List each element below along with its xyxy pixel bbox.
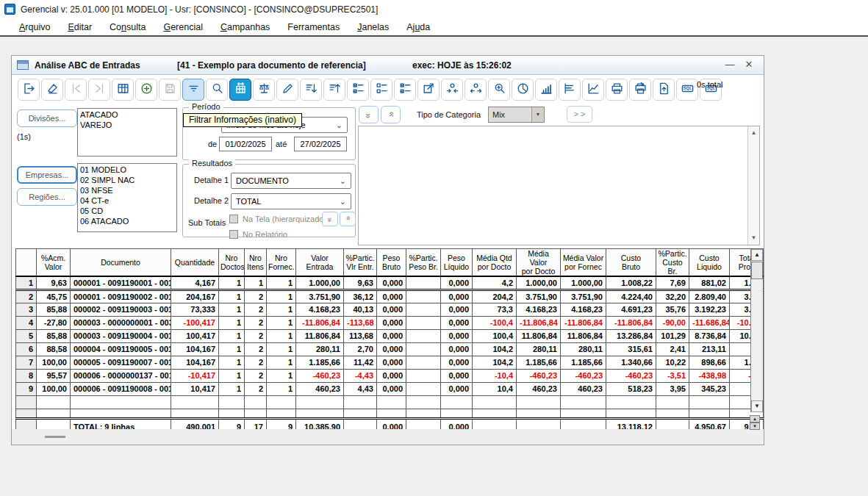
cell[interactable]: 3.751,90: [296, 290, 344, 303]
cell[interactable]: 85,88: [37, 329, 71, 342]
cell[interactable]: 000002 - 0091190003 - 001: [71, 303, 171, 316]
cell[interactable]: 10,417: [171, 382, 219, 395]
cell[interactable]: -438,98: [689, 369, 730, 382]
report-area[interactable]: ▲ ▼: [358, 126, 760, 245]
cell[interactable]: 10,4: [473, 382, 517, 395]
menu-item-5[interactable]: Ferramentas: [279, 21, 348, 34]
cell[interactable]: 2: [16, 290, 37, 303]
cell[interactable]: 4.168,23: [517, 303, 561, 316]
cell[interactable]: 3,95: [656, 382, 689, 395]
cell[interactable]: 460,23: [296, 382, 344, 395]
cell[interactable]: 9,63: [37, 276, 71, 290]
cell[interactable]: 1.008,22: [606, 276, 656, 290]
cell[interactable]: 4,2: [473, 276, 517, 290]
column-header-0[interactable]: [16, 249, 37, 277]
cell[interactable]: 2: [245, 342, 267, 356]
cell[interactable]: 2,41: [656, 342, 689, 356]
cell[interactable]: 1: [219, 329, 245, 342]
list-item[interactable]: 05 CD: [80, 206, 176, 216]
cell[interactable]: 2: [245, 382, 267, 395]
sql-button[interactable]: SQL: [676, 79, 698, 101]
scrollbar-thumb[interactable]: [751, 262, 763, 279]
cell[interactable]: 4,167: [171, 276, 219, 290]
cell[interactable]: 280,11: [517, 342, 561, 356]
cell[interactable]: 0,000: [377, 369, 406, 382]
menu-item-1[interactable]: Editar: [59, 21, 101, 34]
cell[interactable]: 6: [16, 342, 37, 356]
detail-list-mixed-button[interactable]: [394, 79, 416, 101]
column-header-14[interactable]: Média Valor por Fornec: [561, 249, 606, 277]
subtotal-down-button[interactable]: »: [322, 212, 338, 226]
cell[interactable]: 3.192,23: [689, 303, 730, 316]
export-doc-button[interactable]: [653, 79, 675, 101]
cell[interactable]: 0,000: [377, 329, 406, 342]
cell[interactable]: -460,23: [561, 369, 606, 382]
cell[interactable]: 1.000,00: [296, 276, 344, 290]
cell[interactable]: [406, 342, 441, 356]
cell[interactable]: 88,58: [37, 342, 71, 356]
cell[interactable]: 2,70: [344, 342, 377, 356]
cell[interactable]: 8.736,84: [689, 329, 730, 342]
cell[interactable]: 460,23: [517, 382, 561, 395]
cell[interactable]: 0,000: [377, 290, 406, 303]
cell[interactable]: 4,43: [344, 382, 377, 395]
cell[interactable]: 1: [219, 316, 245, 329]
cell[interactable]: 0,000: [441, 369, 473, 382]
cell[interactable]: 1: [219, 369, 245, 382]
cell[interactable]: 32,20: [656, 290, 689, 303]
cell[interactable]: 4.168,23: [296, 303, 344, 316]
column-header-17[interactable]: Custo Liquido: [689, 249, 730, 277]
cell[interactable]: 11.806,84: [517, 329, 561, 342]
cell[interactable]: -4,43: [344, 369, 377, 382]
cell[interactable]: 315,61: [606, 342, 656, 356]
cell[interactable]: 40,13: [344, 303, 377, 316]
splitter-handle[interactable]: [45, 436, 65, 438]
cell[interactable]: 104,167: [171, 356, 219, 369]
cell[interactable]: 1: [219, 382, 245, 395]
menu-item-3[interactable]: Gerencial: [154, 21, 212, 34]
cell[interactable]: 1.000,00: [517, 276, 561, 290]
cell[interactable]: -11.806,84: [517, 316, 561, 329]
list-item[interactable]: 06 ATACADO: [80, 216, 176, 226]
column-header-9[interactable]: Peso Bruto: [377, 249, 406, 277]
external-window-button[interactable]: [417, 79, 440, 101]
cell[interactable]: -10,417: [171, 369, 219, 382]
cell[interactable]: 000004 - 0091190005 - 001: [71, 342, 171, 356]
list-item[interactable]: ATACADO: [80, 109, 176, 120]
pie-chart-button[interactable]: [512, 79, 534, 101]
last-record-button[interactable]: [88, 79, 110, 101]
cell[interactable]: -113,68: [344, 316, 377, 329]
cell[interactable]: 0,000: [441, 329, 473, 342]
cell[interactable]: 2: [245, 290, 267, 303]
zoom-in-button[interactable]: [488, 79, 510, 101]
cell[interactable]: 4.224,40: [606, 290, 656, 303]
cell[interactable]: 95,57: [37, 369, 71, 382]
cell[interactable]: 1: [219, 303, 245, 316]
cell[interactable]: [406, 369, 441, 382]
cell[interactable]: 280,11: [561, 342, 606, 356]
cell[interactable]: 7,69: [656, 276, 689, 290]
cell[interactable]: 9,63: [344, 276, 377, 290]
cell[interactable]: 10,22: [656, 356, 689, 369]
detail-list-button[interactable]: [370, 79, 392, 101]
cell[interactable]: 100,00: [37, 382, 71, 395]
minimize-button[interactable]: —: [722, 58, 737, 71]
cell[interactable]: 0,000: [441, 303, 473, 316]
empresas-button[interactable]: Empresas...: [17, 166, 77, 184]
column-header-7[interactable]: Valor Entrada: [296, 249, 344, 277]
cell[interactable]: -27,80: [37, 316, 71, 329]
grid-scrollbar[interactable]: ▲ ▼: [750, 249, 763, 412]
companies-listbox[interactable]: 01 MODELO02 SIMPL NAC03 NFSE04 CT-e05 CD…: [77, 163, 177, 232]
regioes-button[interactable]: Regiões...: [17, 188, 77, 206]
cell[interactable]: 000005 - 0091190007 - 001: [71, 356, 171, 369]
cell[interactable]: 11,42: [344, 356, 377, 369]
menu-item-6[interactable]: Janelas: [348, 21, 398, 34]
column-header-8[interactable]: %Partic. Vlr Entr.: [344, 249, 377, 277]
cell[interactable]: -100,4: [473, 316, 517, 329]
cell[interactable]: 1: [267, 342, 296, 356]
add-button[interactable]: [135, 79, 157, 101]
cell[interactable]: [406, 303, 441, 316]
cell[interactable]: 2: [245, 316, 267, 329]
cell[interactable]: 0,000: [441, 356, 473, 369]
scales-button[interactable]: [253, 79, 275, 101]
